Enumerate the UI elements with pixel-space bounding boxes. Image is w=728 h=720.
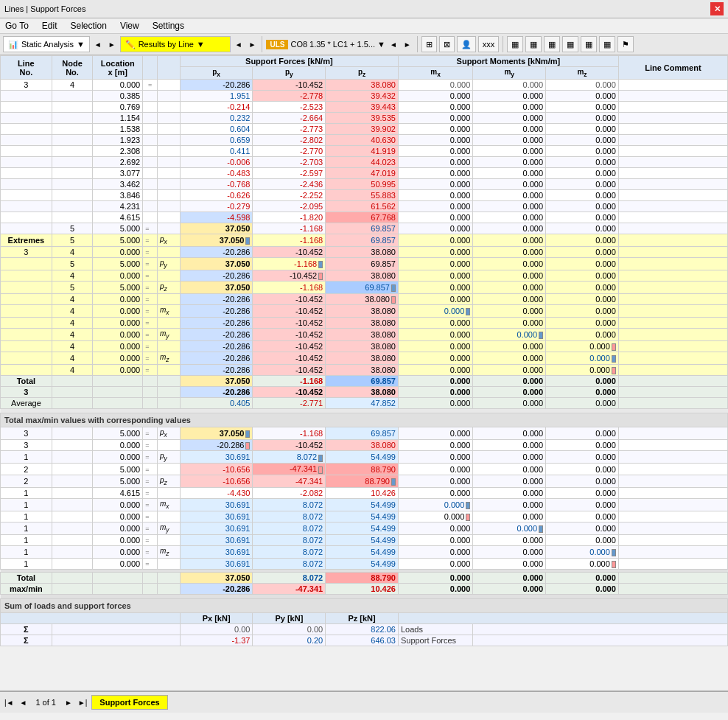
menu-edit[interactable]: Edit	[40, 20, 60, 32]
extremes-row: 4 0.000 = mx -20.286 -10.452 38.080 0.00…	[1, 305, 728, 318]
sum-row-loads: Σ 0.00 0.00 822.06 Loads	[1, 623, 728, 635]
title-bar: Lines | Support Forces ✕	[0, 0, 728, 18]
table-row: 3.077 -0.483 -2.597 47.019 0.0000.0000.0…	[1, 168, 728, 179]
extremes-row: 4 0.000 = -20.286 -10.452 38.080 0.0000.…	[1, 365, 728, 376]
tab-nav-first[interactable]: |◄	[3, 697, 15, 708]
bottom-tab-bar: |◄ ◄ 1 of 1 ► ►| Support Forces	[0, 691, 728, 713]
analysis-icon: 📊	[8, 40, 18, 49]
close-button[interactable]: ✕	[710, 2, 724, 15]
col-mz: mz	[546, 67, 619, 80]
col-location: Locationx [m]	[93, 56, 143, 80]
menu-selection[interactable]: Selection	[69, 20, 109, 32]
table-row: 1.923 0.659 -2.802 40.630 0.0000.0000.00…	[1, 135, 728, 146]
extremes-row: 4 0.000 = mz -20.286 -10.452 38.080 0.00…	[1, 352, 728, 365]
tab-support-forces[interactable]: Support Forces	[91, 695, 167, 710]
extremes-row: 4 0.000 = -20.286 -10.452 38.080 0.0000.…	[1, 318, 728, 329]
col-node-no: NodeNo.	[52, 56, 93, 80]
col-line-no: LineNo.	[1, 56, 52, 80]
tab-label: Support Forces	[99, 698, 159, 707]
menu-bar: Go To Edit Selection View Settings	[0, 18, 728, 34]
toolbar-nav-next2[interactable]: ►	[247, 40, 259, 49]
menu-settings[interactable]: Settings	[150, 20, 186, 32]
maxmin-row: 3 5.000 = px 37.050 -1.168 69.857 0.0000…	[1, 427, 728, 440]
combo-formula: 1.35 * LC1 + 1.5...	[309, 40, 375, 49]
toolbar-nav-prev1[interactable]: ◄	[92, 40, 104, 49]
maxmin-minrow: max/min -20.286 -47.341 10.426 0.0000.00…	[1, 583, 728, 594]
analysis-dropdown-arrow[interactable]: ▼	[77, 40, 85, 49]
toolbar-btn-xxx[interactable]: xxx	[478, 36, 500, 52]
menu-goto[interactable]: Go To	[3, 20, 31, 32]
extremes-row: 5 5.000 = pz 37.050 -1.168 69.857 0.0000…	[1, 282, 728, 294]
maxmin-row: 1 0.000 = mz 30.691 8.072 54.499 0.0000.…	[1, 545, 728, 558]
separator3	[503, 36, 503, 52]
toolbar-btn-5[interactable]: ▦	[525, 36, 542, 52]
toolbar-nav-next1[interactable]: ►	[106, 40, 118, 49]
total-row: Total 37.050 -1.168 69.857 0.0000.0000.0…	[1, 376, 728, 387]
col-px: px	[180, 67, 253, 80]
section-header-sum: Sum of loads and support forces	[1, 598, 728, 612]
toolbar-btn-6[interactable]: ▦	[544, 36, 560, 52]
results-dropdown-arrow[interactable]: ▼	[197, 40, 205, 49]
table-row: 2.692 -0.006 -2.703 44.023 0.0000.0000.0…	[1, 157, 728, 168]
main-content: LineNo. NodeNo. Locationx [m] Support Fo…	[0, 55, 728, 691]
maxmin-row: 2 5.000 = -10.656 -47.341 88.790 0.0000.…	[1, 464, 728, 475]
extremes-row: 4 0.000 = -20.286 -10.452 38.080 0.0000.…	[1, 294, 728, 305]
uls-badge: ULS	[266, 40, 288, 49]
maxmin-row: 1 4.615 = -4.430 -2.082 10.426 0.0000.00…	[1, 487, 728, 498]
maxmin-row: 1 0.000 = mx 30.691 8.072 54.499 0.0000.…	[1, 498, 728, 511]
combo-dropdown-arrow[interactable]: ▼	[377, 40, 385, 49]
tab-page-indicator: 1 of 1	[31, 697, 60, 707]
window-title: Lines | Support Forces	[4, 4, 85, 13]
toolbar-btn-4[interactable]: ▦	[507, 36, 523, 52]
results-dropdown[interactable]: ✏️ Results by Line ▼	[120, 36, 231, 52]
tab-nav-prev[interactable]: ◄	[18, 697, 29, 708]
col-eq-spacer	[143, 56, 158, 80]
separator2	[417, 36, 418, 52]
table-row: 3.462 -0.768 -2.436 50.995 0.0000.0000.0…	[1, 179, 728, 190]
table-row: 5 5.000 = 37.050 -1.168 69.857 0.0000.00…	[1, 223, 728, 234]
table-area[interactable]: LineNo. NodeNo. Locationx [m] Support Fo…	[0, 55, 728, 691]
tab-nav-last[interactable]: ►|	[77, 697, 89, 708]
toolbar-btn-3[interactable]: 👤	[457, 36, 476, 52]
tab-nav-next[interactable]: ►	[63, 697, 74, 708]
toolbar-nav-next3[interactable]: ►	[402, 40, 413, 49]
toolbar-btn-9[interactable]: ▦	[599, 36, 615, 52]
support-forces-header: Support Forces [kN/m]	[180, 56, 398, 67]
table-row: 1.154 0.232 -2.664 39.535 0.0000.0000.00…	[1, 113, 728, 124]
toolbar-nav-prev3[interactable]: ◄	[388, 40, 399, 49]
maxmin-total-row: Total 37.050 8.072 88.790 0.0000.0000.00…	[1, 572, 728, 583]
col-my: my	[473, 67, 546, 80]
pencil-icon: ✏️	[125, 40, 136, 49]
col-pz: pz	[326, 67, 399, 80]
toolbar-btn-7[interactable]: ▦	[562, 36, 578, 52]
combo-label: CO8	[290, 40, 307, 49]
toolbar-btn-flag[interactable]: ⚑	[617, 36, 634, 52]
extremes-row: 3 4 0.000 = -20.286 -10.452 38.080 0.000…	[1, 247, 728, 258]
toolbar-nav-prev2[interactable]: ◄	[233, 40, 245, 49]
toolbar-btn-2[interactable]: ⊠	[439, 36, 455, 52]
support-moments-header: Support Moments [kNm/m]	[398, 56, 618, 67]
analysis-dropdown[interactable]: 📊 Static Analysis ▼	[3, 36, 90, 52]
sum-header-row: Px [kN] Py [kN] Pz [kN]	[1, 612, 728, 623]
maxmin-row: 2 5.000 = pz -10.656 -47.341 88.790 0.00…	[1, 475, 728, 487]
col-label-spacer	[157, 56, 180, 80]
table-row: 4.615 -4.598 -1.820 67.768 0.0000.0000.0…	[1, 212, 728, 223]
table-row: 0.769 -0.214 -2.523 39.443 0.0000.0000.0…	[1, 102, 728, 113]
results-label: Results by Line	[139, 40, 194, 49]
col-comment: Line Comment	[618, 56, 727, 80]
table-row: 0.385 1.951 -2.778 39.432 0.0000.0000.00…	[1, 91, 728, 102]
menu-view[interactable]: View	[118, 20, 141, 32]
analysis-label: Static Analysis	[21, 40, 74, 49]
extremes-row: 4 0.000 = -20.286 -10.452 38.080 0.0000.…	[1, 341, 728, 352]
table-row: 3.846 -0.626 -2.252 55.883 0.0000.0000.0…	[1, 190, 728, 201]
toolbar-btn-8[interactable]: ▦	[581, 36, 597, 52]
toolbar-btn-1[interactable]: ⊞	[421, 36, 437, 52]
maxmin-row: 1 0.000 = 30.691 8.072 54.499 0.0000.000…	[1, 511, 728, 522]
sum-row-forces: Σ -1.37 0.20 646.03 Support Forces	[1, 635, 728, 646]
maxmin-row: 1 0.000 = 30.691 8.072 54.499 0.0000.000…	[1, 558, 728, 569]
total-row-2: 3 -20.286 -10.452 38.080 0.0000.0000.000	[1, 387, 728, 398]
col-mx: mx	[398, 67, 472, 80]
section-header-maxmin: Total max/min values with corresponding …	[1, 413, 728, 427]
extremes-row: Extremes 5 5.000 = px 37.050 -1.168 69.8…	[1, 234, 728, 247]
col-py: py	[253, 67, 326, 80]
